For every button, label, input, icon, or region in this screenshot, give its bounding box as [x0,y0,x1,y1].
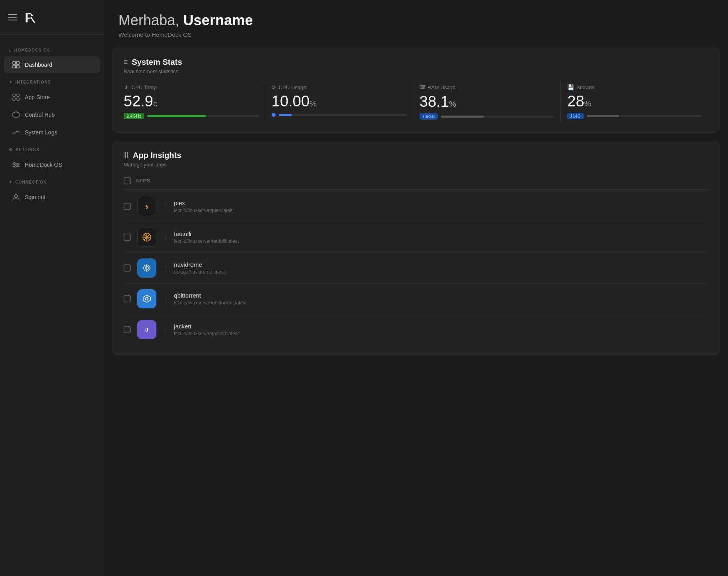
app-name-qbittorrent: qbittorrent [174,292,708,299]
sidebar-item-label-systemlogs: System Logs [25,129,57,136]
section-label-homedock: ⌂ HOMEDOCK OS [0,42,104,56]
section-icon-integrations: ✦ [9,80,13,85]
sidebar-item-label-dashboard: Dashboard [25,62,52,68]
drag-handle-plex[interactable]: ⋮ [163,204,168,209]
app-image-plex: lscr.io/linuxserver/plex:latest [174,208,708,213]
cpu-usage-bar [279,114,406,116]
cpu-usage-value: 10.00% [272,94,406,109]
app-icon-navidrome [137,258,156,278]
app-name-navidrome: navidrome [174,261,708,268]
select-all-checkbox[interactable] [124,177,131,184]
dashboard-icon [12,61,20,69]
homedockos-settings-icon [12,161,20,169]
ram-usage-value: 38.1% [420,94,554,109]
stat-cpu-usage: ⟳ CPU Usage 10.00% [272,81,413,123]
app-image-navidrome: deluan/navidrome:latest [174,269,708,275]
drag-handle-navidrome[interactable]: ⋮ [163,265,168,271]
sidebar: ⌂ HOMEDOCK OS Dashboard ✦ INTEGRATIONS [0,0,104,576]
storage-value: 28% [567,94,702,109]
app-icon-tautulli [137,228,156,247]
app-name-tautulli: tautulli [174,230,708,237]
ram-usage-icon [420,84,425,91]
cpu-usage-dot [272,113,276,117]
svg-rect-8 [17,98,19,100]
hamburger-menu-button[interactable] [8,14,17,20]
system-stats-header: ≡ System Stats Real time host statistics [124,58,708,74]
app-logo [22,9,39,26]
sidebar-item-signout[interactable]: Sign out [4,189,100,206]
section-icon-connection: ✦ [9,180,13,185]
controlhub-icon [12,111,20,119]
system-stats-title: ≡ System Stats [124,58,708,67]
app-image-qbittorrent: lscr.io/linuxserver/qbittorrent:latest [174,300,708,306]
app-icon-plex: › [137,197,156,216]
sidebar-item-label-controlhub: Control Hub [25,112,55,118]
app-row-plex[interactable]: › ⋮ plex lscr.io/linuxserver/plex:latest [124,191,708,222]
app-insights-card: ⠿ App Insights Manage your apps APPS › ⋮… [112,141,720,355]
sidebar-header [0,0,104,35]
stat-cpu-temp: 🌡 CPU Temp 52.9c 2.4GHz [124,81,265,123]
greeting-text: Merhaba, Username [118,12,714,29]
sidebar-item-label-appstore: App Store [25,94,50,100]
app-checkbox-plex[interactable] [124,203,131,210]
section-icon-settings: ⚙ [9,147,13,152]
section-label-integrations: ✦ INTEGRATIONS [0,74,104,88]
drag-handle-jackett[interactable]: ⋮ [163,327,168,332]
sidebar-item-systemlogs[interactable]: System Logs [4,124,100,141]
section-icon-homedock: ⌂ [9,48,12,52]
stats-grid: 🌡 CPU Temp 52.9c 2.4GHz ⟳ CPU Usage [124,81,708,123]
sidebar-item-dashboard[interactable]: Dashboard [4,56,100,73]
app-insights-title-icon: ⠿ [124,151,129,160]
svg-point-32 [146,236,148,238]
app-checkbox-tautulli[interactable] [124,234,131,241]
app-row-qbittorrent[interactable]: ⋮ qbittorrent lscr.io/linuxserver/qbitto… [124,284,708,314]
svg-rect-7 [13,98,15,100]
main-content: Merhaba, Username Welcome to HomeDock OS… [104,0,728,576]
sidebar-item-label-signout: Sign out [25,194,45,200]
app-image-jackett: lscr.io/linuxserver/jackett:latest [174,331,708,336]
storage-bar-fill [587,115,619,117]
cpu-usage-icon: ⟳ [272,84,276,90]
drag-handle-tautulli[interactable]: ⋮ [163,234,168,240]
signout-icon [12,193,20,201]
cpu-freq-badge: 2.4GHz [124,113,144,119]
drag-handle-qbittorrent[interactable]: ⋮ [163,296,168,302]
apps-column-header: APPS [136,178,150,184]
app-checkbox-qbittorrent[interactable] [124,295,131,302]
sidebar-item-homedockos[interactable]: HomeDock OS [4,156,100,173]
svg-rect-2 [16,62,19,64]
svg-rect-3 [13,65,16,68]
stat-ram-usage: RAM Usage 38.1% 7.9GB [420,81,561,123]
app-image-tautulli: lscr.io/linuxserver/tautulli:latest [174,238,708,244]
sidebar-item-appstore[interactable]: App Store [4,89,100,106]
subtitle-text: Welcome to HomeDock OS [118,31,714,38]
system-stats-subtitle: Real time host statistics [124,68,708,74]
storage-icon: 💾 [567,84,574,90]
svg-point-14 [17,164,18,166]
system-stats-title-icon: ≡ [124,58,128,66]
app-checkbox-jackett[interactable] [124,326,131,333]
app-row-jackett[interactable]: J ⋮ jackett lscr.io/linuxserver/jackett:… [124,314,708,345]
app-name-jackett: jackett [174,323,708,330]
svg-rect-6 [17,94,19,96]
ram-size-badge: 7.9GB [420,113,438,120]
cpu-temp-value: 52.9c [124,94,258,109]
cpu-usage-bar-fill [279,114,292,116]
svg-point-13 [14,162,15,164]
svg-point-15 [14,166,16,167]
page-header: Merhaba, Username Welcome to HomeDock OS [104,0,728,48]
section-label-settings: ⚙ SETTINGS [0,142,104,156]
ram-usage-bar [441,116,554,118]
cpu-temp-icon: 🌡 [124,84,129,90]
systemlogs-icon [12,128,20,136]
sidebar-item-controlhub[interactable]: Control Hub [4,106,100,123]
stat-storage: 💾 Storage 28% 114G [567,81,708,123]
app-row-tautulli[interactable]: ⋮ tautulli lscr.io/linuxserver/tautulli:… [124,222,708,253]
svg-text:J: J [145,326,148,333]
storage-size-badge: 114G [567,113,584,119]
ram-usage-bar-fill [441,116,484,118]
svg-rect-5 [13,94,15,96]
appstore-icon [12,93,20,101]
app-row-navidrome[interactable]: ⋮ navidrome deluan/navidrome:latest [124,253,708,284]
app-checkbox-navidrome[interactable] [124,264,131,272]
